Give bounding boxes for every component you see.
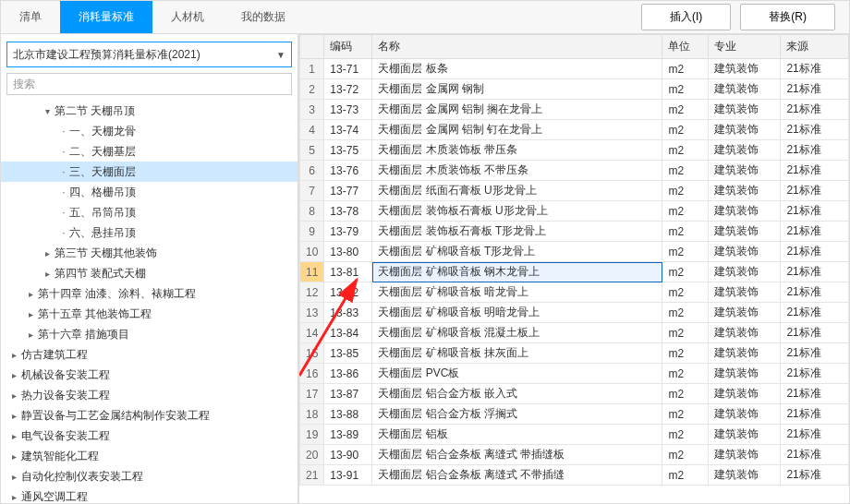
- table-row[interactable]: 1513-85天棚面层 矿棉吸音板 抹灰面上m2建筑装饰21标准: [300, 343, 849, 364]
- expand-icon[interactable]: ▸: [42, 269, 53, 279]
- source-cell[interactable]: 21标准: [781, 384, 849, 404]
- table-row[interactable]: 2013-90天棚面层 铝合金条板 离缝式 带插缝板m2建筑装饰21标准: [300, 445, 849, 465]
- rownum-cell[interactable]: 11: [300, 262, 324, 282]
- name-cell[interactable]: 天棚面层 木质装饰板 带压条: [372, 140, 662, 161]
- replace-button[interactable]: 替换(R): [740, 4, 835, 30]
- col-code[interactable]: 编码: [324, 35, 372, 59]
- unit-cell[interactable]: m2: [662, 465, 709, 486]
- tab-人材机[interactable]: 人材机: [152, 1, 223, 33]
- source-cell[interactable]: 21标准: [781, 79, 849, 100]
- name-cell[interactable]: 天棚面层 装饰板石膏板 T形龙骨上: [372, 222, 662, 242]
- source-cell[interactable]: 21标准: [781, 343, 849, 364]
- rownum-cell[interactable]: 4: [300, 120, 324, 140]
- code-cell[interactable]: 13-82: [324, 282, 372, 303]
- code-cell[interactable]: 13-88: [324, 404, 372, 425]
- unit-cell[interactable]: m2: [662, 425, 709, 445]
- unit-cell[interactable]: m2: [662, 282, 709, 303]
- major-cell[interactable]: 建筑装饰: [709, 120, 781, 140]
- code-cell[interactable]: 13-73: [324, 100, 372, 120]
- major-cell[interactable]: 建筑装饰: [709, 282, 781, 303]
- table-row[interactable]: 1413-84天棚面层 矿棉吸音板 混凝土板上m2建筑装饰21标准: [300, 323, 849, 343]
- name-cell[interactable]: 天棚面层 矿棉吸音板 明暗龙骨上: [372, 303, 662, 323]
- major-cell[interactable]: 建筑装饰: [709, 465, 781, 486]
- table-row[interactable]: 2113-91天棚面层 铝合金条板 离缝式 不带插缝m2建筑装饰21标准: [300, 465, 849, 486]
- tree-node[interactable]: ▸自动化控制仪表安装工程: [1, 466, 298, 486]
- expand-icon[interactable]: ▸: [8, 451, 19, 462]
- major-cell[interactable]: 建筑装饰: [709, 201, 781, 222]
- tree-node[interactable]: ·五、吊筒吊顶: [1, 202, 298, 222]
- source-cell[interactable]: 21标准: [781, 222, 849, 242]
- major-cell[interactable]: 建筑装饰: [709, 384, 781, 404]
- table-row[interactable]: 1613-86天棚面层 PVC板m2建筑装饰21标准: [300, 364, 849, 384]
- name-cell[interactable]: 天棚面层 铝板: [372, 425, 662, 445]
- expand-icon[interactable]: ▸: [25, 289, 36, 299]
- col-name[interactable]: 名称: [372, 35, 662, 59]
- source-cell[interactable]: 21标准: [781, 201, 849, 222]
- code-cell[interactable]: 13-79: [324, 222, 372, 242]
- unit-cell[interactable]: m2: [662, 222, 709, 242]
- major-cell[interactable]: 建筑装饰: [709, 140, 781, 161]
- tab-清单[interactable]: 清单: [1, 1, 60, 33]
- unit-cell[interactable]: m2: [662, 120, 709, 140]
- source-cell[interactable]: 21标准: [781, 445, 849, 465]
- col-major[interactable]: 专业: [709, 35, 781, 59]
- tree-node[interactable]: ▸第十五章 其他装饰工程: [1, 304, 298, 324]
- source-cell[interactable]: 21标准: [781, 404, 849, 425]
- table-row[interactable]: 1713-87天棚面层 铝合金方板 嵌入式m2建筑装饰21标准: [300, 384, 849, 404]
- tree-node[interactable]: ▸建筑智能化工程: [1, 446, 298, 466]
- source-cell[interactable]: 21标准: [781, 181, 849, 201]
- expand-icon[interactable]: ▸: [8, 390, 19, 401]
- unit-cell[interactable]: m2: [662, 364, 709, 384]
- source-cell[interactable]: 21标准: [781, 282, 849, 303]
- code-cell[interactable]: 13-77: [324, 181, 372, 201]
- expand-icon[interactable]: ▸: [8, 350, 19, 360]
- unit-cell[interactable]: m2: [662, 242, 709, 262]
- unit-cell[interactable]: m2: [662, 59, 709, 79]
- table-row[interactable]: 1113-81天棚面层 矿棉吸音板 钢木龙骨上m2建筑装饰21标准: [300, 262, 849, 282]
- source-cell[interactable]: 21标准: [781, 120, 849, 140]
- rownum-cell[interactable]: 14: [300, 323, 324, 343]
- major-cell[interactable]: 建筑装饰: [709, 364, 781, 384]
- major-cell[interactable]: 建筑装饰: [709, 161, 781, 181]
- source-cell[interactable]: 21标准: [781, 242, 849, 262]
- search-input[interactable]: 搜索: [6, 73, 292, 95]
- code-cell[interactable]: 13-75: [324, 140, 372, 161]
- col-source[interactable]: 来源: [781, 35, 849, 59]
- source-cell[interactable]: 21标准: [781, 364, 849, 384]
- col-rownum[interactable]: [300, 35, 324, 59]
- major-cell[interactable]: 建筑装饰: [709, 79, 781, 100]
- major-cell[interactable]: 建筑装饰: [709, 181, 781, 201]
- table-row[interactable]: 113-71天棚面层 板条m2建筑装饰21标准: [300, 59, 849, 79]
- tree-node[interactable]: ▸第十六章 措施项目: [1, 324, 298, 344]
- expand-icon[interactable]: ▸: [8, 472, 19, 482]
- code-cell[interactable]: 13-85: [324, 343, 372, 364]
- insert-button[interactable]: 插入(I): [641, 4, 731, 30]
- source-cell[interactable]: 21标准: [781, 262, 849, 282]
- source-cell[interactable]: 21标准: [781, 100, 849, 120]
- unit-cell[interactable]: m2: [662, 323, 709, 343]
- rownum-cell[interactable]: 10: [300, 242, 324, 262]
- expand-icon[interactable]: ▸: [8, 492, 19, 502]
- rownum-cell[interactable]: 6: [300, 161, 324, 181]
- tree-node[interactable]: ▸热力设备安装工程: [1, 385, 298, 405]
- rownum-cell[interactable]: 5: [300, 140, 324, 161]
- rownum-cell[interactable]: 17: [300, 384, 324, 404]
- tab-消耗量标准[interactable]: 消耗量标准: [60, 1, 152, 33]
- code-cell[interactable]: 13-76: [324, 161, 372, 181]
- major-cell[interactable]: 建筑装饰: [709, 445, 781, 465]
- rownum-cell[interactable]: 13: [300, 303, 324, 323]
- major-cell[interactable]: 建筑装饰: [709, 100, 781, 120]
- name-cell[interactable]: 天棚面层 装饰板石膏板 U形龙骨上: [372, 201, 662, 222]
- source-cell[interactable]: 21标准: [781, 465, 849, 486]
- rownum-cell[interactable]: 16: [300, 364, 324, 384]
- unit-cell[interactable]: m2: [662, 79, 709, 100]
- tree-node[interactable]: ▸静置设备与工艺金属结构制作安装工程: [1, 405, 298, 426]
- name-cell[interactable]: 天棚面层 铝合金条板 离缝式 带插缝板: [372, 445, 662, 465]
- unit-cell[interactable]: m2: [662, 181, 709, 201]
- major-cell[interactable]: 建筑装饰: [709, 262, 781, 282]
- tree-node[interactable]: ·二、天棚基层: [1, 141, 298, 162]
- data-grid-container[interactable]: 编码 名称 单位 专业 来源 113-71天棚面层 板条m2建筑装饰21标准21…: [299, 34, 849, 503]
- rownum-cell[interactable]: 8: [300, 201, 324, 222]
- tree-node[interactable]: ·六、悬挂吊顶: [1, 222, 298, 243]
- code-cell[interactable]: 13-84: [324, 323, 372, 343]
